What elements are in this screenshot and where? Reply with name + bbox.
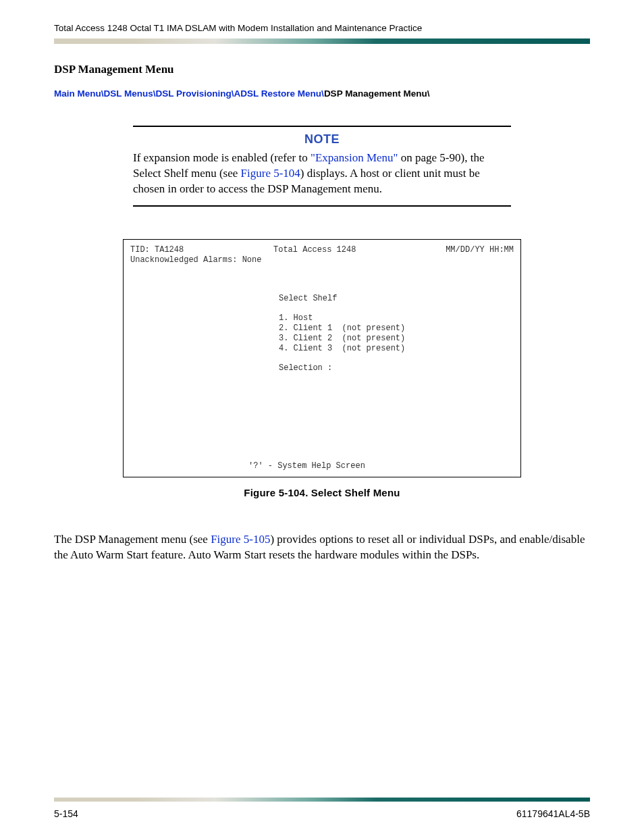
terminal-tid: TID: TA1248 (130, 245, 184, 255)
cross-ref-link[interactable]: Figure 5-104 (241, 167, 300, 180)
body-paragraph: The DSP Management menu (see Figure 5-10… (54, 532, 590, 563)
terminal-alarms: Unacknowledged Alarms: None (130, 255, 514, 265)
terminal-selection-prompt: Selection : (130, 363, 514, 373)
terminal-product: Total Access 1248 (273, 245, 356, 255)
page-header: Total Access 1248 Octal T1 IMA DSLAM wit… (54, 23, 590, 33)
breadcrumb-link[interactable]: Main Menu (54, 88, 101, 99)
terminal-datetime: MM/DD/YY HH:MM (446, 245, 514, 255)
terminal-menu-item: 4. Client 3 (not present) (130, 344, 514, 354)
breadcrumb-link[interactable]: DSL Menus (104, 88, 153, 99)
terminal-help-hint: '?' - System Help Screen (130, 461, 514, 471)
terminal-menu-item: 1. Host (130, 313, 514, 323)
breadcrumb-current: DSP Management Menu (324, 88, 427, 99)
cross-ref-link[interactable]: Figure 5-105 (211, 533, 270, 546)
note-box: NOTE If expansion mode is enabled (refer… (133, 126, 511, 207)
footer-rule (54, 798, 590, 802)
header-rule (54, 38, 590, 44)
footer-doc-number: 61179641AL4-5B (516, 808, 590, 819)
cross-ref-link[interactable]: "Expansion Menu" (311, 151, 398, 164)
section-heading: DSP Management Menu (54, 63, 590, 76)
page-footer: 5-154 61179641AL4-5B (54, 808, 590, 819)
figure-caption: Figure 5-104. Select Shelf Menu (54, 487, 590, 498)
terminal-menu-item: 2. Client 1 (not present) (130, 323, 514, 334)
note-label: NOTE (133, 132, 511, 147)
note-body: If expansion mode is enabled (refer to "… (133, 151, 511, 197)
terminal-screen: TID: TA1248 Total Access 1248 MM/DD/YY H… (123, 239, 521, 477)
breadcrumb-link[interactable]: DSL Provisioning (156, 88, 232, 99)
terminal-menu-title: Select Shelf (130, 294, 514, 304)
breadcrumb: Main Menu\DSL Menus\DSL Provisioning\ADS… (54, 88, 590, 99)
breadcrumb-link[interactable]: ADSL Restore Menu (234, 88, 322, 99)
footer-page-number: 5-154 (54, 808, 78, 819)
terminal-menu-item: 3. Client 2 (not present) (130, 334, 514, 344)
